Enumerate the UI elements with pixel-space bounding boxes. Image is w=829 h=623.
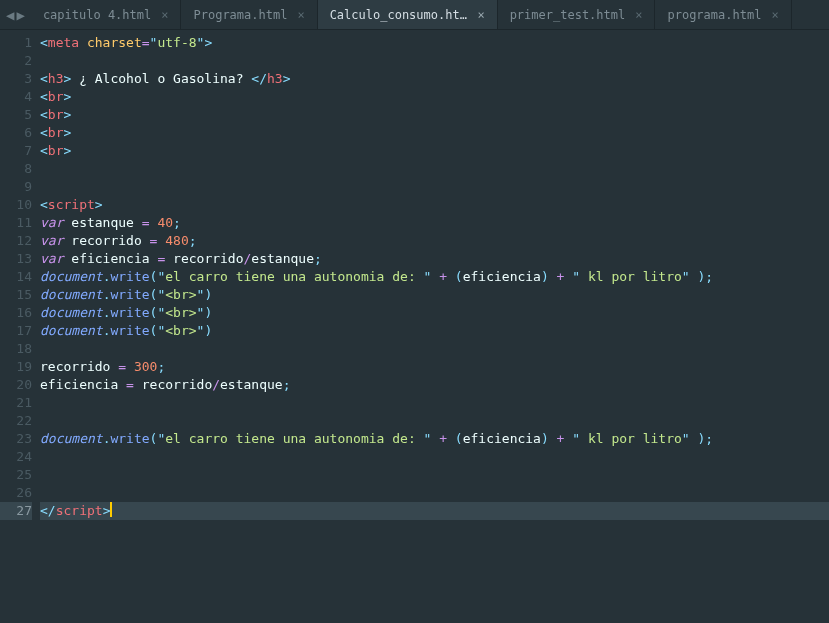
- line-number: 1: [0, 34, 32, 52]
- nav-arrows: ◀ ▶: [0, 0, 31, 29]
- code-line[interactable]: <br>: [40, 124, 829, 142]
- line-number: 3: [0, 70, 32, 88]
- code-line[interactable]: document.write("<br>"): [40, 304, 829, 322]
- code-line[interactable]: [40, 52, 829, 70]
- code-line[interactable]: [40, 448, 829, 466]
- line-number-gutter: 1234567891011121314151617181920212223242…: [0, 30, 40, 623]
- tab-calculo_consumo-html[interactable]: Calculo_consumo.html×: [318, 0, 498, 29]
- tab-label: Programa.html: [193, 8, 287, 22]
- code-line[interactable]: [40, 340, 829, 358]
- code-line[interactable]: document.write("<br>"): [40, 286, 829, 304]
- code-line[interactable]: recorrido = 300;: [40, 358, 829, 376]
- line-number: 7: [0, 142, 32, 160]
- line-number: 5: [0, 106, 32, 124]
- line-number: 13: [0, 250, 32, 268]
- code-line[interactable]: <br>: [40, 88, 829, 106]
- code-area[interactable]: <meta charset="utf-8"> <h3> ¿ Alcohol o …: [40, 30, 829, 623]
- code-line[interactable]: <br>: [40, 106, 829, 124]
- line-number: 17: [0, 322, 32, 340]
- line-number: 2: [0, 52, 32, 70]
- code-line[interactable]: <br>: [40, 142, 829, 160]
- close-icon[interactable]: ×: [635, 8, 642, 22]
- tab-label: primer_test.html: [510, 8, 626, 22]
- line-number: 12: [0, 232, 32, 250]
- line-number: 25: [0, 466, 32, 484]
- line-number: 26: [0, 484, 32, 502]
- close-icon[interactable]: ×: [477, 8, 484, 22]
- code-line[interactable]: <meta charset="utf-8">: [40, 34, 829, 52]
- code-line[interactable]: eficiencia = recorrido/estanque;: [40, 376, 829, 394]
- tab-label: Calculo_consumo.html: [330, 8, 468, 22]
- close-icon[interactable]: ×: [297, 8, 304, 22]
- code-line[interactable]: document.write("<br>"): [40, 322, 829, 340]
- code-line[interactable]: var recorrido = 480;: [40, 232, 829, 250]
- code-line[interactable]: [40, 466, 829, 484]
- nav-back-icon[interactable]: ◀: [6, 7, 14, 23]
- tab-capitulo-4-html[interactable]: capitulo 4.html×: [31, 0, 182, 29]
- tab-label: capitulo 4.html: [43, 8, 151, 22]
- code-line[interactable]: document.write("el carro tiene una auton…: [40, 430, 829, 448]
- line-number: 8: [0, 160, 32, 178]
- code-line[interactable]: [40, 178, 829, 196]
- line-number: 18: [0, 340, 32, 358]
- line-number: 23: [0, 430, 32, 448]
- tab-label: programa.html: [667, 8, 761, 22]
- line-number: 10: [0, 196, 32, 214]
- line-number: 14: [0, 268, 32, 286]
- tab-bar: ◀ ▶ capitulo 4.html×Programa.html×Calcul…: [0, 0, 829, 30]
- code-line[interactable]: </script>: [40, 502, 829, 520]
- line-number: 4: [0, 88, 32, 106]
- line-number: 15: [0, 286, 32, 304]
- tab-programa-html[interactable]: Programa.html×: [181, 0, 317, 29]
- code-line[interactable]: [40, 160, 829, 178]
- line-number: 20: [0, 376, 32, 394]
- line-number: 6: [0, 124, 32, 142]
- line-number: 21: [0, 394, 32, 412]
- code-line[interactable]: [40, 412, 829, 430]
- line-number: 27: [0, 502, 32, 520]
- code-line[interactable]: [40, 394, 829, 412]
- tab-primer_test-html[interactable]: primer_test.html×: [498, 0, 656, 29]
- code-line[interactable]: var estanque = 40;: [40, 214, 829, 232]
- line-number: 9: [0, 178, 32, 196]
- code-line[interactable]: document.write("el carro tiene una auton…: [40, 268, 829, 286]
- code-line[interactable]: <h3> ¿ Alcohol o Gasolina? </h3>: [40, 70, 829, 88]
- nav-forward-icon[interactable]: ▶: [16, 7, 24, 23]
- code-line[interactable]: [40, 484, 829, 502]
- line-number: 11: [0, 214, 32, 232]
- tab-programa-html[interactable]: programa.html×: [655, 0, 791, 29]
- text-cursor: [110, 502, 112, 517]
- close-icon[interactable]: ×: [771, 8, 778, 22]
- line-number: 22: [0, 412, 32, 430]
- line-number: 24: [0, 448, 32, 466]
- editor: 1234567891011121314151617181920212223242…: [0, 30, 829, 623]
- close-icon[interactable]: ×: [161, 8, 168, 22]
- line-number: 19: [0, 358, 32, 376]
- line-number: 16: [0, 304, 32, 322]
- code-line[interactable]: var eficiencia = recorrido/estanque;: [40, 250, 829, 268]
- tabs-container: capitulo 4.html×Programa.html×Calculo_co…: [31, 0, 792, 29]
- code-line[interactable]: <script>: [40, 196, 829, 214]
